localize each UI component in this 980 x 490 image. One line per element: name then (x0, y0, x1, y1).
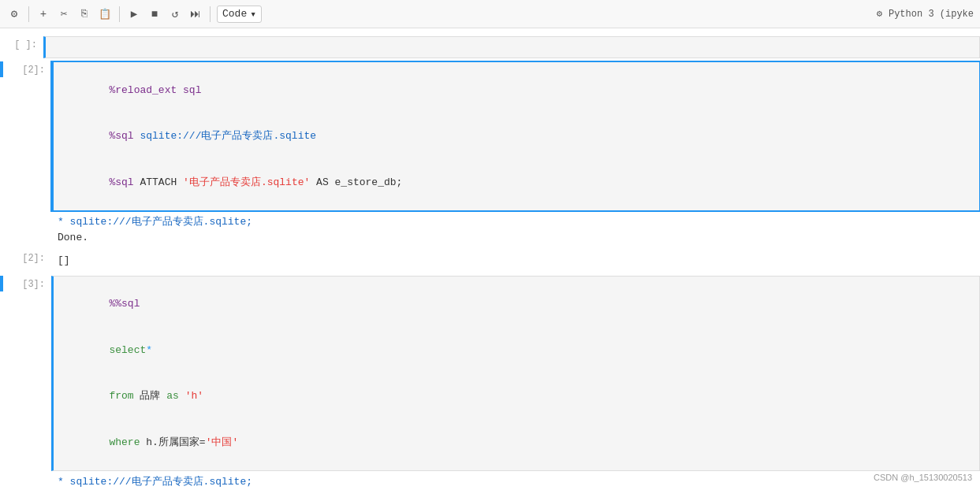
kernel-status-icon: ⚙ (877, 8, 882, 20)
watermark: CSDN @h_15130020513 (874, 473, 972, 482)
cell-1-input-row: [ ]: (0, 36, 980, 58)
magic-reload: %reload_ext sql (109, 84, 201, 96)
cell-2-result: [] (51, 250, 980, 273)
cell-2-done: Done. (58, 230, 974, 247)
toolbar-separator (28, 6, 29, 22)
cell-3: [3]: %%sql select* from 品牌 as 'h' where … (0, 276, 980, 490)
cell-2-sqlite-info: * sqlite:///电子产品专卖店.sqlite; (58, 214, 974, 231)
cell-2: [2]: %reload_ext sql %sql sqlite:///电子产品… (0, 61, 980, 273)
copy-icon[interactable]: ⎘ (76, 6, 92, 22)
stop-icon[interactable]: ■ (147, 6, 162, 22)
cell-2-active-bar (0, 61, 3, 77)
settings-icon[interactable]: ⚙ (6, 6, 22, 22)
cell-3-select: select* (109, 344, 152, 356)
cell-type-dropdown[interactable]: Code ▾ (217, 6, 262, 23)
cell-2-output: * sqlite:///电子产品专卖店.sqlite; Done. (0, 211, 980, 251)
cell-3-output: * sqlite:///电子产品专卖店.sqlite; Done. (0, 471, 980, 490)
cell-3-active-bar (0, 276, 3, 291)
chevron-down-icon: ▾ (250, 8, 256, 20)
notebook: [ ]: [2]: %reload_ext sql %sql sqlite://… (0, 28, 980, 490)
fast-forward-icon[interactable]: ⏭ (188, 6, 203, 22)
paste-icon[interactable]: 📋 (97, 6, 113, 22)
toolbar-separator3 (210, 6, 211, 22)
cell-2-input[interactable]: %reload_ext sql %sql sqlite:///电子产品专卖店.s… (51, 61, 980, 211)
restart-icon[interactable]: ↺ (167, 6, 183, 22)
cell-2-label: [2]: (8, 61, 51, 76)
cell-3-input-row: [3]: %%sql select* from 品牌 as 'h' where … (0, 276, 980, 471)
run-icon[interactable]: ▶ (126, 6, 142, 22)
toolbar: ⚙ + ✂ ⎘ 📋 ▶ ■ ↺ ⏭ Code ▾ ⚙ Python 3 (ipy… (0, 0, 980, 28)
cell-2-result-row: [2]: [] (0, 250, 980, 273)
kernel-info: ⚙ Python 3 (ipyke (877, 8, 974, 20)
cell-3-sqlite-info: * sqlite:///电子产品专卖店.sqlite; (58, 474, 974, 490)
cell-2-output-content: * sqlite:///电子产品专卖店.sqlite; Done. (51, 211, 980, 251)
cell-2-result-label: [2]: (8, 250, 51, 264)
cell-3-where: where h.所属国家='中国' (109, 436, 238, 448)
cell-3-label: [3]: (8, 276, 51, 290)
cell-2-input-row: [2]: %reload_ext sql %sql sqlite:///电子产品… (0, 61, 980, 211)
toolbar-separator2 (119, 6, 120, 22)
cell-3-from: from 品牌 as 'h' (109, 390, 203, 402)
cell-1-label: [ ]: (0, 36, 43, 50)
cell-3-out-label (8, 471, 51, 474)
sql-attach-line: %sql ATTACH '电子产品专卖店.sqlite' AS e_store_… (109, 176, 402, 188)
cell-1-input[interactable] (43, 36, 980, 58)
kernel-name: Python 3 (ipyke (889, 9, 974, 20)
cell-3-output-content: * sqlite:///电子产品专卖店.sqlite; Done. (51, 471, 980, 490)
cell-1: [ ]: (0, 36, 980, 58)
magic-sql-connect: %sql sqlite:///电子产品专卖店.sqlite (109, 130, 316, 142)
cell-3-input[interactable]: %%sql select* from 品牌 as 'h' where h.所属国… (51, 276, 980, 471)
cell-type-label: Code (222, 8, 247, 20)
add-icon[interactable]: + (35, 6, 51, 22)
cell-3-magic: %%sql (109, 298, 140, 310)
cell-2-out-label (8, 211, 51, 214)
cut-icon[interactable]: ✂ (56, 6, 72, 22)
